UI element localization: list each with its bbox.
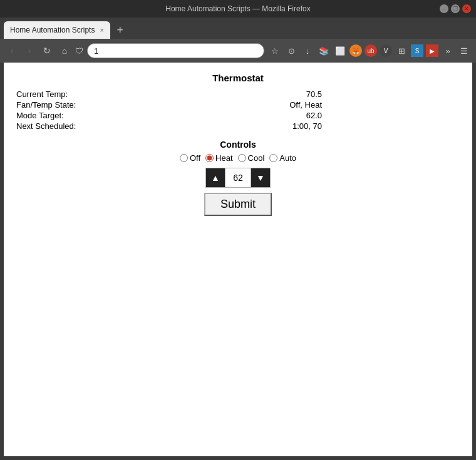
temp-controls: ▲ 62 ▼ [16, 168, 460, 188]
forward-button[interactable]: › [23, 44, 36, 58]
mode-cool-text: Cool [248, 153, 265, 163]
mode-auto-radio[interactable] [269, 154, 277, 162]
mode-off-radio[interactable] [180, 154, 188, 162]
addressbar: ‹ › ↻ ⌂ 🛡 ☆ ⊙ ↓ 📚 ⬜ 🦊 ub V ⊞ S ▶ » ☰ [0, 39, 476, 63]
current-temp-value: 70.5 [306, 89, 460, 99]
browser-tab-active[interactable]: Home Automation Scripts × [4, 21, 110, 39]
mode-auto-label[interactable]: Auto [269, 153, 296, 163]
fan-temp-value: Off, Heat [289, 100, 460, 110]
ext-icon-3[interactable]: ▶ [426, 44, 438, 57]
submit-button[interactable]: Submit [204, 193, 272, 216]
mode-off-text: Off [190, 153, 200, 163]
fan-temp-row: Fan/Temp State: Off, Heat [16, 100, 460, 110]
controls-title: Controls [16, 140, 460, 150]
toolbar-icons: ☆ ⊙ ↓ 📚 ⬜ 🦊 ub V ⊞ S ▶ » ☰ [268, 44, 471, 58]
bookmark-icon[interactable]: ☆ [268, 44, 282, 58]
titlebar-text: Home Automation Scripts — Mozilla Firefo… [165, 4, 310, 13]
current-temp-label: Current Temp: [16, 89, 104, 99]
mode-cool-label[interactable]: Cool [238, 153, 265, 163]
current-temp-row: Current Temp: 70.5 [16, 89, 460, 99]
grid-icon[interactable]: ⊞ [395, 44, 408, 58]
temp-display: 62 [225, 168, 251, 188]
tab-close-button[interactable]: × [100, 26, 103, 34]
mode-heat-radio[interactable] [205, 154, 214, 162]
new-tab-button[interactable]: + [111, 21, 129, 39]
shield-icon: 🛡 [75, 46, 83, 56]
pocket-icon[interactable]: ⊙ [284, 44, 298, 58]
mode-auto-text: Auto [279, 153, 296, 163]
home-button[interactable]: ⌂ [58, 44, 71, 58]
reload-button[interactable]: ↻ [40, 44, 54, 58]
minimize-button[interactable]: – [440, 4, 448, 13]
mode-heat-text: Heat [215, 153, 232, 163]
ext-icon-1[interactable]: V [380, 44, 392, 57]
ext-icon-2[interactable]: S [411, 44, 423, 57]
firefox-icon[interactable]: 🦊 [349, 44, 362, 57]
restore-button[interactable]: ❐ [451, 4, 460, 13]
mode-target-label: Mode Target: [16, 111, 104, 120]
temp-up-button[interactable]: ▲ [205, 168, 225, 188]
mode-cool-radio[interactable] [238, 154, 246, 162]
ublock-icon[interactable]: ub [365, 44, 377, 57]
titlebar: Home Automation Scripts — Mozilla Firefo… [0, 0, 476, 18]
mode-off-label[interactable]: Off [180, 153, 200, 163]
tabbar: Home Automation Scripts × + [0, 18, 476, 39]
mode-target-row: Mode Target: 62.0 [16, 111, 460, 120]
address-input[interactable] [87, 43, 264, 58]
controls-section: Controls Off Heat Cool Auto ▲ 62 ▼ [16, 140, 460, 216]
mode-heat-label[interactable]: Heat [205, 153, 232, 163]
next-scheduled-row: Next Scheduled: 1:00, 70 [16, 121, 460, 131]
titlebar-controls: – ❐ ✕ [440, 4, 471, 13]
more-tools-icon[interactable]: » [441, 44, 455, 58]
library-icon[interactable]: 📚 [317, 44, 331, 58]
back-button[interactable]: ‹ [5, 44, 19, 58]
close-button[interactable]: ✕ [462, 4, 471, 13]
download-icon[interactable]: ↓ [301, 44, 314, 58]
container-icon[interactable]: ⬜ [333, 44, 347, 58]
thermostat-title: Thermostat [16, 73, 460, 83]
temp-down-button[interactable]: ▼ [251, 168, 271, 188]
next-scheduled-value: 1:00, 70 [292, 121, 460, 131]
fan-temp-label: Fan/Temp State: [16, 100, 104, 110]
mode-target-value: 62.0 [306, 111, 460, 120]
next-scheduled-label: Next Scheduled: [16, 121, 104, 131]
content-area: Thermostat Current Temp: 70.5 Fan/Temp S… [4, 63, 472, 456]
menu-icon[interactable]: ☰ [457, 44, 471, 58]
mode-radio-group: Off Heat Cool Auto [16, 153, 460, 163]
info-table: Current Temp: 70.5 Fan/Temp State: Off, … [16, 89, 460, 131]
tab-label: Home Automation Scripts [10, 26, 95, 34]
